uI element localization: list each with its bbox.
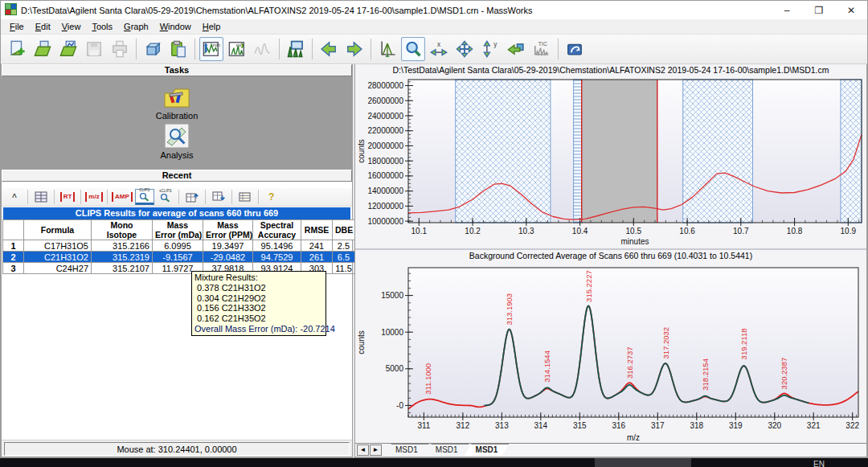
svg-text:313: 313 xyxy=(495,421,509,430)
svg-text:318.2154: 318.2154 xyxy=(701,358,710,391)
svg-text:321: 321 xyxy=(807,421,821,430)
grid-view-icon[interactable] xyxy=(31,189,51,205)
col-header[interactable]: SpectralAccuracy xyxy=(253,220,301,240)
tooltip-line: 0.378 C21H31O2 xyxy=(194,283,323,293)
toolbar-separator xyxy=(178,190,179,204)
task-calibration[interactable]: Calibration xyxy=(156,86,199,121)
svg-text:10.7: 10.7 xyxy=(733,227,749,236)
open-file-icon[interactable] xyxy=(31,37,55,61)
arrow-left-icon[interactable] xyxy=(317,37,341,61)
svg-text:10.6: 10.6 xyxy=(679,227,695,236)
rotate-3d-icon[interactable] xyxy=(141,37,165,61)
chromatogram-chart[interactable]: 10.110.210.310.410.510.610.710.810.91000… xyxy=(355,76,868,247)
col-header[interactable]: MassError (PPM) xyxy=(203,220,253,240)
tab-scroll-right[interactable]: ► xyxy=(370,444,382,456)
tooltip-line: 0.156 C21H33O2 xyxy=(194,303,323,313)
table-export-icon[interactable] xyxy=(209,189,228,205)
menu-graph[interactable]: Graph xyxy=(118,20,154,33)
svg-text:minutes: minutes xyxy=(620,237,649,246)
col-header[interactable]: RMSE xyxy=(301,220,333,240)
new-file-icon[interactable] xyxy=(5,37,29,61)
tab-msd1-0[interactable]: MSD1 xyxy=(384,444,429,456)
taskbar-app-segment[interactable] xyxy=(595,458,691,467)
zoom-axes-icon[interactable] xyxy=(375,37,399,61)
monitor-peaks-icon[interactable] xyxy=(284,37,308,61)
menu-view[interactable]: View xyxy=(56,20,87,33)
svg-text:12000000: 12000000 xyxy=(368,202,404,211)
svg-text:320: 320 xyxy=(768,421,781,430)
results-table: FormulaMonoIsotopeMassError (mDa)MassErr… xyxy=(2,219,355,274)
right-panel: D:\TestData\Agilent Santa Clara\05-29-20… xyxy=(354,64,867,457)
save-icon xyxy=(82,37,106,61)
mouse-position-status: Mouse at: 310.24401, 0.00000 xyxy=(4,442,350,456)
chromatogram-box: D:\TestData\Agilent Santa Clara\05-29-20… xyxy=(355,64,866,248)
svg-text:15000: 15000 xyxy=(381,291,403,300)
svg-text:counts: counts xyxy=(357,330,366,354)
arrow-right-icon[interactable] xyxy=(342,37,366,61)
tab-msd1-2[interactable]: MSD1 xyxy=(465,444,510,456)
col-header[interactable] xyxy=(3,220,24,240)
svg-text:318: 318 xyxy=(690,421,703,430)
svg-text:10.2: 10.2 xyxy=(465,227,481,236)
sclips-search-icon[interactable]: sCLIPS xyxy=(156,189,175,205)
tooltip-footer: Overall Mass Error (mDa): -20.7214 xyxy=(194,324,323,334)
collapse-icon[interactable]: ^ xyxy=(5,189,24,205)
taskbar-language[interactable]: EN xyxy=(813,460,825,467)
close-button[interactable]: ✕ xyxy=(835,1,867,19)
mz-filter-icon[interactable]: m/z xyxy=(84,189,104,205)
help-icon[interactable]: ? xyxy=(262,189,281,205)
col-header[interactable]: Formula xyxy=(24,220,92,240)
svg-text:x: x xyxy=(437,41,441,48)
table-import-icon[interactable] xyxy=(182,189,202,205)
svg-text:22000000: 22000000 xyxy=(368,126,404,135)
restore-button[interactable]: ❐ xyxy=(803,1,835,19)
svg-text:24000000: 24000000 xyxy=(368,112,404,121)
menu-help[interactable]: Help xyxy=(197,20,227,33)
table-row[interactable]: 1C17H31O5315.21666.099519.349795.1496241… xyxy=(3,240,355,252)
table-properties-icon[interactable] xyxy=(235,189,255,205)
open-data-icon[interactable] xyxy=(56,37,80,61)
results-title: CLIPS Results for average of scans 660 t… xyxy=(3,207,350,219)
chromatogram-min-icon[interactable]: min xyxy=(199,37,223,61)
export-graph-icon[interactable] xyxy=(563,37,587,61)
toolbar-separator xyxy=(136,39,137,59)
svg-text:10.8: 10.8 xyxy=(787,227,803,236)
col-header[interactable]: DBE xyxy=(333,220,355,240)
svg-text:315.2227: 315.2227 xyxy=(584,270,593,302)
svg-text:5000: 5000 xyxy=(386,364,404,373)
screen: D:\TestData\Agilent Santa Clara\05-29-20… xyxy=(0,0,868,467)
tooltip-line: 0.304 C21H29O2 xyxy=(194,293,323,304)
windows-taskbar[interactable]: EN xyxy=(0,458,868,467)
pan-icon[interactable] xyxy=(452,37,477,61)
scale-y-icon[interactable]: y xyxy=(478,37,502,61)
scale-x-icon[interactable]: x xyxy=(427,37,451,61)
unzoom-icon[interactable] xyxy=(504,37,528,61)
clips-search-icon[interactable]: CLIPS xyxy=(135,189,154,205)
svg-text:18000000: 18000000 xyxy=(368,157,404,166)
paste-clipboard-icon[interactable] xyxy=(166,37,190,61)
massworks-window: D:\TestData\Agilent Santa Clara\05-29-20… xyxy=(0,0,868,458)
task-analysis[interactable]: Analysis xyxy=(161,124,194,160)
svg-text:315: 315 xyxy=(573,421,587,430)
table-row[interactable]: 2C21H31O2315.2319-9.1567-29.048294.75292… xyxy=(3,252,355,263)
magnifier-icon[interactable] xyxy=(401,37,425,61)
tooltip-title: Mixture Results: xyxy=(194,272,323,283)
rt-filter-icon[interactable]: RT xyxy=(58,189,77,205)
menu-file[interactable]: File xyxy=(4,20,30,33)
svg-text:20000000: 20000000 xyxy=(368,141,404,150)
col-header[interactable]: MassError (mDa) xyxy=(153,220,203,240)
spectrum-mz-icon[interactable]: m/z xyxy=(225,37,249,61)
menu-window[interactable]: Window xyxy=(154,20,197,33)
col-header[interactable]: MonoIsotope xyxy=(92,220,153,240)
tab-msd1-1[interactable]: MSD1 xyxy=(424,444,469,456)
menu-edit[interactable]: Edit xyxy=(30,20,56,33)
amp-filter-icon[interactable]: AMP xyxy=(111,189,133,205)
recent-header: Recent xyxy=(2,170,352,182)
tic-icon[interactable]: TIC xyxy=(530,37,554,61)
minimize-button[interactable]: – xyxy=(771,1,803,19)
svg-text:10000000: 10000000 xyxy=(368,217,404,226)
spectrum-chart[interactable]: 311312313314315316317318319320321322-050… xyxy=(355,261,868,443)
menu-tools[interactable]: Tools xyxy=(86,20,118,33)
svg-text:y: y xyxy=(493,41,497,48)
tab-scroll-left[interactable]: ◄ xyxy=(357,444,369,456)
